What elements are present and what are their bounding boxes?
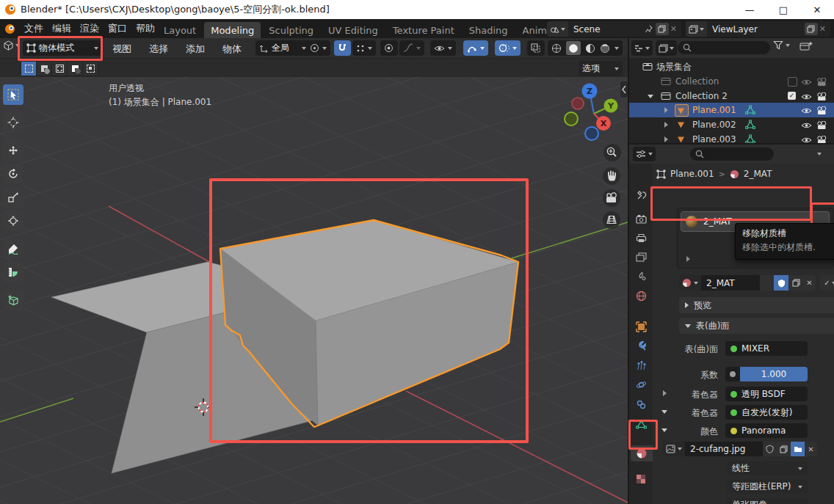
new-collection-button[interactable] — [799, 41, 813, 55]
scene-browse-button[interactable] — [547, 21, 568, 37]
hide-viewport-eye-icon[interactable] — [801, 78, 812, 87]
new-image-button[interactable] — [777, 442, 791, 456]
tab-world[interactable] — [632, 288, 650, 304]
outliner-row-plane003[interactable]: Plane.003 — [629, 132, 834, 143]
disable-render-camera-icon[interactable] — [816, 121, 827, 130]
viewlayer-name[interactable]: ViewLayer — [707, 24, 805, 34]
minimize-button[interactable]: — — [733, 0, 766, 19]
solid-shading-button[interactable] — [566, 41, 581, 55]
tab-scene[interactable] — [632, 268, 650, 284]
tab-constraints[interactable] — [632, 396, 650, 412]
fake-user-shield-button[interactable] — [774, 275, 788, 291]
workspace-tab-modeling[interactable]: Modeling — [204, 22, 261, 38]
panel-surface-header[interactable]: 表(曲)面 — [679, 318, 834, 334]
tool-cursor[interactable] — [3, 112, 23, 133]
transform-orientation-dropdown[interactable]: 全局 — [255, 40, 310, 56]
proportional-falloff-dropdown[interactable] — [399, 40, 424, 56]
scene-name[interactable]: Scene — [568, 24, 644, 34]
properties-options-chevron[interactable] — [817, 153, 822, 156]
tool-move[interactable] — [3, 140, 23, 161]
properties-editor-type-dropdown[interactable] — [633, 147, 656, 161]
tab-physics[interactable] — [632, 376, 650, 392]
gizmos-toggle-dropdown[interactable] — [463, 40, 488, 56]
menu-object[interactable]: 物体 — [222, 43, 242, 56]
outliner-row-collection2[interactable]: Collection 2 ✓ — [629, 89, 834, 103]
tool-annotate[interactable] — [3, 238, 23, 259]
pin-icon[interactable] — [644, 24, 653, 34]
workspace-tab-uv-editing[interactable]: UV Editing — [322, 22, 385, 38]
tab-output[interactable] — [632, 230, 650, 246]
expand-arrow-icon[interactable] — [664, 136, 668, 142]
viewlayer-browse-button[interactable] — [686, 21, 707, 37]
link-material-dropdown[interactable]: ✓ — [820, 275, 834, 291]
breadcrumb-material[interactable]: 2_MAT — [744, 169, 772, 179]
fac-socket-button[interactable] — [725, 367, 740, 381]
menu-help[interactable]: 帮助 — [131, 19, 159, 38]
axis-neg-y-ball[interactable] — [565, 112, 578, 125]
expand-arrow-icon[interactable] — [664, 107, 668, 113]
new-viewlayer-button[interactable] — [805, 23, 818, 35]
shader1-field[interactable]: 透明 BSDF — [725, 387, 808, 401]
overlays-toggle-dropdown[interactable] — [495, 40, 521, 56]
expand-arrow-icon[interactable] — [664, 122, 668, 128]
hide-viewport-eye-icon[interactable] — [801, 136, 812, 143]
disable-render-camera-icon[interactable] — [816, 78, 827, 87]
tab-tool[interactable] — [632, 186, 650, 202]
tab-texture[interactable] — [632, 471, 650, 487]
slot-list-expand-icon[interactable] — [686, 256, 690, 262]
shader2-field[interactable]: 自发光(发射) — [725, 405, 808, 420]
image-name-field[interactable]: 2-cufang.jpg — [685, 442, 763, 456]
hide-viewport-eye-icon[interactable] — [801, 106, 812, 115]
axis-neg-z-ball[interactable] — [585, 127, 598, 140]
disable-render-camera-icon[interactable] — [816, 92, 827, 101]
disable-render-camera-icon[interactable] — [816, 136, 827, 143]
tab-object[interactable] — [632, 318, 650, 335]
hide-viewport-eye-icon[interactable] — [801, 121, 812, 130]
scene-selector[interactable]: Scene ✕ — [547, 21, 681, 37]
pivot-point-dropdown[interactable] — [306, 40, 330, 56]
maximize-button[interactable]: □ — [766, 0, 800, 19]
menu-select[interactable]: 选择 — [149, 43, 168, 56]
outliner-search-input[interactable] — [678, 41, 770, 54]
material-name-field[interactable]: 2_MAT — [701, 275, 760, 291]
browse-image-button[interactable] — [663, 442, 685, 456]
open-image-button[interactable] — [791, 442, 805, 456]
tool-rotate[interactable] — [3, 164, 23, 184]
new-material-button[interactable] — [788, 275, 803, 291]
tool-add-cube[interactable] — [3, 290, 23, 310]
blender-menu-icon[interactable] — [4, 23, 15, 34]
sidebar-collapse-tab[interactable] — [620, 81, 628, 98]
select-mode-invert[interactable] — [68, 62, 82, 76]
tool-measure[interactable] — [3, 262, 23, 282]
menu-view[interactable]: 视图 — [112, 43, 131, 56]
outliner-display-mode-dropdown[interactable] — [631, 40, 653, 56]
pan-button[interactable] — [603, 167, 620, 185]
snap-settings-dropdown[interactable] — [352, 40, 376, 56]
proportional-editing-toggle[interactable] — [380, 40, 398, 56]
show-hide-dropdown[interactable] — [430, 40, 456, 56]
remove-viewlayer-icon[interactable]: ✕ — [819, 24, 826, 34]
tab-render[interactable] — [632, 211, 650, 227]
xray-toggle[interactable] — [527, 40, 545, 56]
image-fake-user-button[interactable] — [763, 442, 777, 456]
outliner-filter-dropdown[interactable] — [773, 40, 790, 50]
navigation-gizmo[interactable]: Z Y X — [565, 84, 618, 141]
menu-window[interactable]: 窗口 — [104, 19, 131, 38]
select-mode-subtract[interactable] — [52, 62, 67, 76]
workspace-tab-shading[interactable]: Shading — [463, 22, 515, 38]
unlink-image-button[interactable]: ✕ — [805, 442, 817, 456]
outliner-row-collection[interactable]: Collection — [629, 74, 834, 89]
browse-material-button[interactable] — [679, 275, 701, 291]
workspace-tab-texture-paint[interactable]: Texture Paint — [386, 22, 461, 38]
breadcrumb-object[interactable]: Plane.001 — [670, 169, 714, 179]
menu-add[interactable]: 添加 — [186, 43, 205, 56]
tool-transform[interactable] — [3, 211, 23, 231]
collection2-checkbox[interactable]: ✓ — [788, 92, 796, 100]
workspace-tab-layout[interactable]: Layout — [157, 22, 203, 38]
new-scene-button[interactable] — [656, 23, 669, 35]
axis-neg-x-ball[interactable] — [572, 98, 584, 109]
fac-value[interactable]: 1.000 — [740, 367, 808, 381]
select-mode-set[interactable] — [21, 62, 36, 76]
outliner-row-plane001[interactable]: Plane.001 — [629, 103, 834, 117]
collapse-arrow-icon[interactable] — [648, 95, 653, 98]
